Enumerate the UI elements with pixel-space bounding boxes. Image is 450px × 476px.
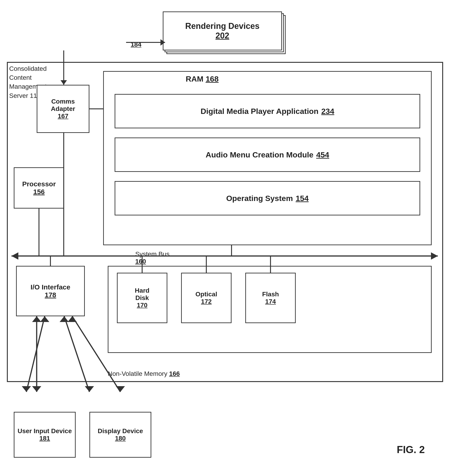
- svg-marker-21: [116, 386, 125, 392]
- hard-disk-number: 170: [137, 302, 148, 309]
- comms-adapter-number: 167: [58, 112, 69, 120]
- optical-box: Optical 172: [181, 273, 231, 323]
- rendering-devices-number: 202: [215, 31, 229, 41]
- svg-marker-20: [85, 386, 94, 392]
- svg-marker-16: [32, 386, 41, 392]
- io-interface-box: I/O Interface 178: [16, 266, 85, 316]
- comms-adapter-label: CommsAdapter: [51, 98, 75, 112]
- amcm-label: Audio Menu Creation Module: [206, 150, 313, 159]
- svg-marker-17: [22, 386, 31, 392]
- dd-number: 180: [115, 435, 126, 442]
- io-number: 178: [45, 291, 56, 299]
- ram-number: 168: [206, 75, 219, 83]
- os-number: 154: [296, 194, 309, 203]
- fig-label: FIG. 2: [397, 444, 425, 455]
- ram-label: RAM 168: [186, 75, 219, 83]
- rendering-devices-label: Rendering Devices: [185, 21, 260, 31]
- dmpa-box: Digital Media Player Application 234: [115, 94, 420, 128]
- flash-label: Flash: [262, 291, 279, 298]
- dmpa-number: 234: [321, 107, 334, 116]
- os-label: Operating System: [226, 194, 293, 203]
- amcm-number: 454: [316, 150, 329, 159]
- flash-number: 174: [265, 298, 276, 305]
- system-bus-label: System Bus: [135, 251, 169, 258]
- hard-disk-label: HardDisk: [135, 287, 149, 302]
- dmpa-label: Digital Media Player Application: [201, 107, 319, 116]
- flash-box: Flash 174: [245, 273, 296, 323]
- nvm-number: 166: [169, 370, 180, 377]
- uid-number: 181: [39, 435, 50, 442]
- system-bus-number: 160: [135, 258, 146, 265]
- arrow-184-label: 184: [131, 41, 142, 48]
- os-box: Operating System 154: [115, 181, 420, 215]
- user-input-device-box: User Input Device 181: [14, 412, 76, 458]
- io-label: I/O Interface: [30, 283, 70, 291]
- nvm-label: Non-Volatile Memory 166: [108, 370, 180, 377]
- dd-label: Display Device: [98, 427, 143, 435]
- processor-box: Processor 156: [14, 167, 64, 209]
- comms-adapter-box: CommsAdapter 167: [37, 85, 89, 133]
- rendering-devices-stack: Rendering Devices 202: [163, 12, 291, 62]
- optical-label: Optical: [195, 291, 217, 298]
- processor-number: 156: [33, 188, 45, 196]
- diagram-container: Rendering Devices 202 184 Consolidated C…: [7, 7, 443, 469]
- display-device-box: Display Device 180: [89, 412, 151, 458]
- amcm-box: Audio Menu Creation Module 454: [115, 137, 420, 172]
- optical-number: 172: [201, 298, 212, 305]
- rendering-devices-box: Rendering Devices 202: [163, 12, 282, 50]
- hard-disk-box: HardDisk 170: [117, 273, 167, 323]
- processor-label: Processor: [22, 180, 56, 188]
- uid-label: User Input Device: [18, 427, 72, 435]
